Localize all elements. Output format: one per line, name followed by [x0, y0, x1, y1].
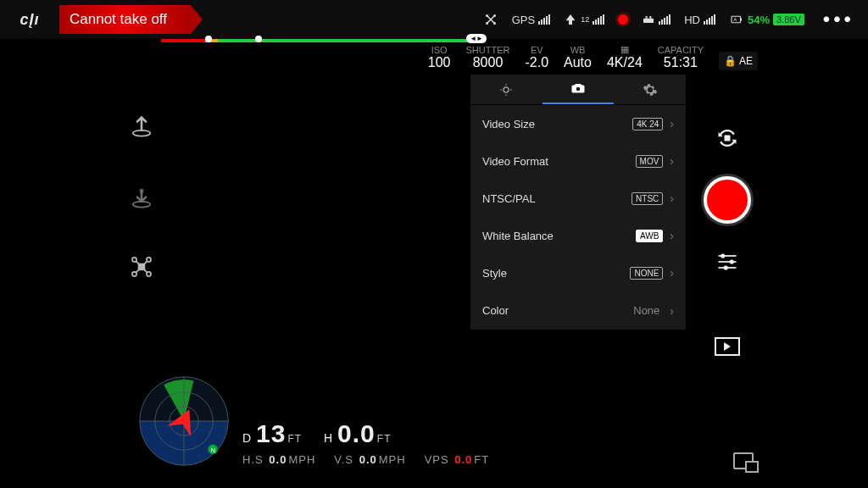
recording-indicator — [618, 14, 628, 25]
hd-label: HD — [684, 14, 700, 26]
gps-indicator[interactable]: GPS — [512, 14, 550, 26]
svg-point-29 — [730, 259, 734, 263]
ev-label: EV — [525, 45, 548, 55]
tab-exposure[interactable] — [470, 75, 542, 104]
vps-value: 0.0 — [454, 453, 472, 466]
camera-settings-panel: Video Size4K 24› Video FormatMOV› NTSC/P… — [470, 75, 686, 330]
row-value: NTSC — [632, 192, 663, 205]
hd-signal-bars — [704, 14, 715, 25]
camera-settings-button[interactable] — [715, 249, 740, 274]
shutter-label: SHUTTER — [466, 45, 510, 55]
svg-text:A: A — [733, 17, 737, 22]
tab-video[interactable] — [542, 75, 615, 104]
rc-satellite-count: 12 — [581, 15, 589, 24]
record-dot-icon — [618, 14, 628, 25]
row-label: NTSC/PAL — [482, 192, 536, 205]
row-value: AWB — [636, 230, 663, 242]
svg-rect-24 — [725, 136, 731, 141]
vps-unit: FT — [474, 453, 489, 466]
chevron-right-icon: › — [670, 229, 674, 242]
dji-logo: cĮı — [0, 11, 59, 29]
svg-line-21 — [144, 269, 147, 273]
hs-unit: MPH — [288, 453, 315, 466]
svg-rect-5 — [646, 16, 648, 19]
distance-label: D — [242, 431, 252, 445]
row-value: NONE — [630, 267, 663, 280]
row-style[interactable]: StyleNONE› — [470, 254, 686, 291]
playback-button[interactable] — [715, 334, 740, 359]
svg-rect-4 — [643, 19, 654, 23]
intelligent-flight-button[interactable] — [127, 252, 156, 281]
ae-lock-button[interactable]: 🔒 AE — [719, 52, 758, 70]
record-button[interactable] — [704, 176, 751, 224]
row-color[interactable]: ColorNone› — [470, 291, 686, 330]
distance-value: 13 — [256, 419, 286, 447]
row-label: Style — [482, 267, 507, 280]
svg-point-30 — [724, 265, 728, 269]
svg-line-20 — [136, 269, 139, 273]
gps-label: GPS — [512, 14, 535, 26]
health-marker: ◄► — [466, 34, 487, 43]
svg-point-23 — [576, 86, 581, 91]
height-label: H — [324, 431, 333, 445]
svg-line-18 — [136, 261, 139, 264]
left-flight-actions: H — [127, 110, 156, 281]
rc-signal-bars — [593, 14, 604, 25]
distance-unit: FT — [287, 433, 302, 445]
row-label: Video Size — [482, 118, 535, 130]
battery-indicator[interactable]: A 54% 3.86V — [729, 12, 804, 27]
row-label: Color — [482, 304, 509, 317]
battery-voltage: 3.86V — [773, 14, 804, 25]
rc-signal-indicator[interactable]: 12 — [564, 13, 604, 26]
ev-value: -2.0 — [525, 55, 548, 70]
row-value: 4K 24 — [632, 118, 663, 130]
svg-point-28 — [721, 253, 725, 258]
row-value: None — [630, 303, 663, 318]
camera-info-strip[interactable]: ISO100 SHUTTER8000 EV-2.0 WBAuto ▦4K/24 … — [428, 44, 758, 70]
row-video-format[interactable]: Video FormatMOV› — [470, 142, 686, 180]
battery-percent: 54% — [748, 14, 770, 26]
tab-settings[interactable] — [614, 75, 686, 104]
top-bar: cĮı Cannot take off GPS 12 HD — [0, 0, 868, 39]
vs-unit: MPH — [379, 453, 406, 466]
svg-rect-6 — [650, 16, 652, 19]
row-white-balance[interactable]: White BalanceAWB› — [470, 217, 686, 254]
telemetry-readout: D 13FT H 0.0FT H.S 0.0MPH V.S 0.0MPH VPS… — [242, 419, 489, 466]
map-toggle-button[interactable] — [733, 452, 754, 469]
gps-signal-bars — [538, 14, 550, 25]
camera-sidebar — [697, 75, 758, 471]
shutter-value: 8000 — [466, 55, 510, 70]
vs-value: 0.0 — [359, 453, 377, 466]
row-ntsc-pal[interactable]: NTSC/PALNTSC› — [470, 180, 686, 217]
return-home-button[interactable]: H — [127, 181, 156, 210]
switch-photo-video-button[interactable] — [715, 125, 740, 151]
row-label: Video Format — [482, 155, 548, 168]
general-settings-button[interactable]: ••• — [816, 8, 868, 31]
attitude-radar[interactable]: N — [136, 373, 232, 469]
capacity-label: CAPACITY — [658, 45, 704, 55]
vps-label: VPS — [425, 453, 449, 466]
iso-label: ISO — [428, 45, 451, 55]
chevron-right-icon: › — [670, 304, 674, 318]
svg-text:N: N — [210, 446, 214, 454]
svg-text:H: H — [139, 187, 144, 195]
row-value: MOV — [636, 155, 664, 168]
remote-signal-indicator[interactable] — [642, 13, 670, 26]
battery-health-bar[interactable]: ◄► — [161, 39, 475, 42]
res-icon: ▦ — [607, 44, 643, 55]
svg-rect-8 — [741, 19, 743, 21]
wb-label: WB — [564, 45, 592, 55]
lock-icon: 🔒 — [724, 55, 737, 67]
iso-value: 100 — [428, 55, 451, 70]
hs-label: H.S — [242, 453, 264, 466]
wb-value: Auto — [564, 55, 592, 70]
svg-line-19 — [144, 261, 147, 264]
row-video-size[interactable]: Video Size4K 24› — [470, 105, 686, 142]
height-unit: FT — [377, 433, 392, 445]
flight-status-banner[interactable]: Cannot take off — [59, 5, 191, 34]
chevron-right-icon: › — [670, 266, 674, 280]
auto-takeoff-button[interactable] — [127, 110, 156, 139]
ae-lock-label: AE — [739, 55, 753, 67]
hd-signal-indicator[interactable]: HD — [684, 14, 715, 26]
flight-mode-icon[interactable] — [483, 12, 498, 27]
